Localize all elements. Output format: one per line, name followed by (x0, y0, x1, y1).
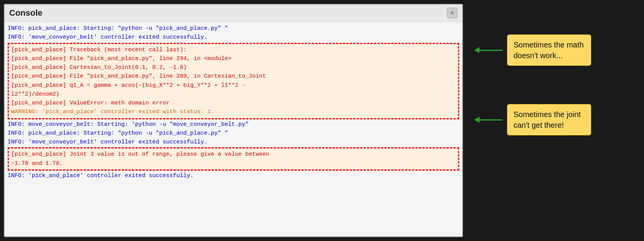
console-body: INFO: pick_and_place: Starting: "python … (5, 22, 462, 236)
annotation-bottom: Sometimes the jointcan't get there! (474, 104, 628, 135)
console-titlebar: Console × (5, 5, 462, 22)
outer-wrapper: Console × INFO: pick_and_place: Starting… (0, 0, 644, 241)
error-block1-line1: [pick_and_place] File "pick_and_place.py… (11, 54, 456, 63)
error-block1-line2: [pick_and_place] Cartesian_to_Joint(0.1,… (11, 63, 456, 72)
error-block1-warning: WARNING: 'pick_and_place' controller exi… (11, 107, 456, 116)
arrowline-bottom (479, 119, 502, 120)
arrowhead-top (474, 47, 479, 53)
arrow-bottom (474, 117, 502, 123)
console-line-info2: INFO: 'move_conveyor_belt' controller ex… (8, 33, 459, 42)
error-block-2: [pick_and_place] Joint 3 value is out of… (8, 147, 459, 171)
error-block2-line1: -1.78 and 1.78. (11, 159, 456, 168)
console-line-info6: INFO: 'pick_and_place' controller exited… (8, 171, 459, 180)
annotation-box-top: Sometimes the mathdoesn't work... (507, 34, 591, 66)
arrow-top (474, 47, 502, 53)
console-line-info3: INFO: move_conveyor_belt: Starting: 'pyt… (8, 120, 459, 129)
error-block-1: [pick_and_place] Traceback (most recent … (8, 43, 459, 119)
error-block1-line4: [pick_and_place] q1_A = gamma + acos(-(b… (11, 81, 456, 90)
annotation-top: Sometimes the mathdoesn't work... (474, 34, 628, 66)
annotation-box-bottom: Sometimes the jointcan't get there! (507, 104, 591, 135)
console-content[interactable]: INFO: pick_and_place: Starting: "python … (5, 22, 462, 236)
error-block1-line0: [pick_and_place] Traceback (most recent … (11, 46, 456, 54)
console-line-info1: INFO: pick_and_place: Starting: "python … (8, 24, 459, 33)
error-block1-line5: l2**2)/denom2) (11, 90, 456, 99)
arrowline-top (479, 50, 502, 51)
console-title: Console (9, 8, 42, 18)
close-button[interactable]: × (447, 8, 458, 18)
arrowhead-bottom (474, 117, 479, 123)
error-block1-line3: [pick_and_place] File "pick_and_place.py… (11, 72, 456, 81)
error-block2-line0: [pick_and_place] Joint 3 value is out of… (11, 150, 456, 159)
error-block1-line6: [pick_and_place] ValueError: math domain… (11, 99, 456, 107)
console-line-info5: INFO: 'move_conveyor_belt' controller ex… (8, 138, 459, 147)
console-line-info4: INFO: pick_and_place: Starting: "python … (8, 129, 459, 138)
annotations-panel: Sometimes the mathdoesn't work... Someti… (463, 4, 635, 143)
console-window: Console × INFO: pick_and_place: Starting… (4, 4, 463, 237)
